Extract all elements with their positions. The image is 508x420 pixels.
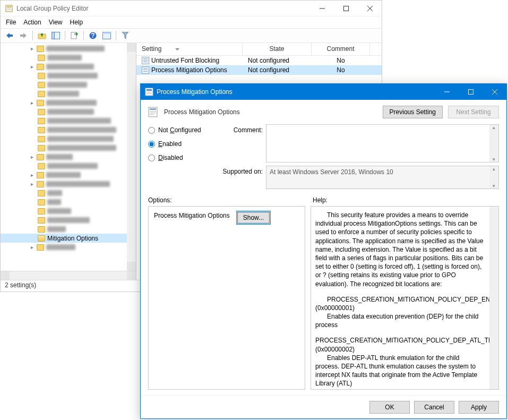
- tree-item[interactable]: [1, 134, 136, 143]
- list-header[interactable]: Setting State Comment: [136, 43, 382, 56]
- dialog-title: Process Mitigation Options: [157, 88, 435, 96]
- tree-item-label: Mitigation Options: [47, 235, 98, 242]
- svg-rect-13: [71, 32, 76, 39]
- tree-item[interactable]: [1, 71, 136, 80]
- setting-icon: [142, 66, 149, 74]
- gpedit-titlebar[interactable]: Local Group Policy Editor: [1, 1, 382, 16]
- tree-item[interactable]: ▸: [1, 62, 136, 71]
- tree-item[interactable]: [1, 89, 136, 98]
- dialog-header-title: Process Mitigation Options: [164, 108, 377, 116]
- menubar: File Action View Help: [1, 16, 382, 28]
- tree-item[interactable]: [1, 53, 136, 62]
- menu-action[interactable]: Action: [23, 19, 41, 26]
- tree-item[interactable]: [1, 216, 136, 225]
- menu-file[interactable]: File: [6, 19, 16, 26]
- gpedit-app-icon: [5, 4, 13, 13]
- radio-disabled[interactable]: Disabled: [148, 154, 217, 161]
- tree-pane: ▸ ▸ ▸ ▸ ▸ ▸: [1, 43, 136, 280]
- up-folder-icon[interactable]: [36, 30, 48, 41]
- help-text: This security feature provides a means t…: [315, 211, 485, 288]
- menu-help[interactable]: Help: [70, 19, 83, 26]
- scrollbar[interactable]: [489, 207, 498, 389]
- properties-icon[interactable]: [101, 30, 113, 41]
- apply-button[interactable]: Apply: [459, 401, 499, 414]
- tree-item[interactable]: ▸: [1, 98, 136, 107]
- cell-comment: No: [312, 57, 370, 64]
- tree-item[interactable]: [1, 207, 136, 216]
- radio-not-configured[interactable]: Not Configured: [148, 126, 217, 134]
- svg-rect-17: [103, 32, 111, 34]
- scrollbar[interactable]: [489, 166, 498, 188]
- options-box: Process Mitigation Options Show...: [148, 206, 305, 390]
- back-icon[interactable]: [4, 30, 15, 41]
- list-row[interactable]: Untrusted Font Blocking Not configured N…: [136, 56, 382, 65]
- help-text: Enables data execution prevention (DEP) …: [315, 313, 479, 329]
- tree-item[interactable]: ▸: [1, 152, 136, 161]
- next-setting-button: Next Setting: [448, 106, 499, 118]
- toolbar: ?: [1, 28, 382, 43]
- cancel-button[interactable]: Cancel: [414, 401, 454, 414]
- export-icon[interactable]: [68, 30, 80, 41]
- filter-icon[interactable]: [119, 30, 131, 41]
- policy-dialog: Process Mitigation Options Process Mitig…: [140, 83, 507, 419]
- menu-view[interactable]: View: [49, 19, 63, 26]
- supported-label: Supported on:: [220, 166, 263, 175]
- tree-item[interactable]: [1, 225, 136, 234]
- comment-field[interactable]: [266, 124, 499, 162]
- dialog-maximize-button[interactable]: [459, 84, 483, 99]
- tree-item[interactable]: [1, 116, 136, 125]
- tree-item[interactable]: ▸: [1, 179, 136, 188]
- scrollbar[interactable]: [489, 125, 498, 162]
- tree-item[interactable]: [1, 107, 136, 116]
- comment-label: Comment:: [220, 124, 263, 134]
- close-button[interactable]: [358, 1, 382, 16]
- help-label: Help:: [313, 196, 328, 204]
- tree-vscrollbar[interactable]: [127, 43, 136, 271]
- supported-field: At least Windows Server 2016, Windows 10: [266, 166, 499, 189]
- help-text: PROCESS_CREATION_MITIGATION_POLICY_DEP_A…: [315, 337, 489, 353]
- maximize-button[interactable]: [334, 1, 358, 16]
- tree-item-mitigation-options[interactable]: Mitigation Options: [1, 234, 136, 243]
- dialog-minimize-button[interactable]: [435, 84, 459, 99]
- list-row[interactable]: Process Mitigation Options Not configure…: [136, 65, 382, 75]
- minimize-button[interactable]: [310, 1, 334, 16]
- dialog-titlebar[interactable]: Process Mitigation Options: [141, 84, 506, 100]
- tree-item[interactable]: [1, 198, 136, 207]
- dialog-close-button[interactable]: [483, 84, 506, 99]
- dialog-footer: OK Cancel Apply: [141, 395, 506, 418]
- radio-enabled[interactable]: Enabled: [148, 140, 217, 148]
- svg-rect-29: [150, 113, 156, 114]
- tree-item[interactable]: [1, 125, 136, 134]
- tree-item[interactable]: [1, 143, 136, 152]
- help-text: PROCESS_CREATION_MITIGATION_POLICY_DEP_E…: [315, 296, 489, 312]
- col-state[interactable]: State: [243, 43, 312, 55]
- svg-rect-5: [343, 6, 348, 11]
- svg-rect-30: [150, 114, 154, 115]
- svg-rect-9: [20, 35, 24, 37]
- col-setting[interactable]: Setting: [136, 43, 243, 55]
- tree-hscrollbar[interactable]: [1, 271, 136, 280]
- tree-item[interactable]: [1, 161, 136, 170]
- tree-item[interactable]: [1, 188, 136, 198]
- svg-rect-21: [147, 93, 152, 94]
- help-text: Enables DEP-ATL thunk emulation for the …: [315, 354, 477, 388]
- svg-rect-20: [147, 92, 152, 92]
- svg-rect-2: [7, 8, 11, 9]
- tree-view[interactable]: ▸ ▸ ▸ ▸ ▸ ▸: [1, 43, 136, 271]
- svg-rect-28: [150, 111, 156, 112]
- tree-item[interactable]: ▸: [1, 170, 136, 179]
- svg-rect-1: [7, 6, 11, 7]
- tree-item[interactable]: ▸: [1, 44, 136, 53]
- svg-text:?: ?: [91, 32, 94, 39]
- ok-button[interactable]: OK: [369, 401, 410, 414]
- tree-item[interactable]: ▸: [1, 243, 136, 252]
- show-hide-tree-icon[interactable]: [50, 30, 62, 41]
- supported-text: At least Windows Server 2016, Windows 10: [270, 168, 393, 176]
- tree-item[interactable]: [1, 80, 136, 89]
- col-comment[interactable]: Comment: [312, 43, 370, 55]
- forward-icon[interactable]: [18, 30, 29, 41]
- help-box: This security feature provides a means t…: [311, 206, 499, 390]
- show-button[interactable]: Show...: [237, 212, 270, 224]
- help-icon[interactable]: ?: [87, 30, 99, 41]
- previous-setting-button[interactable]: Previous Setting: [383, 106, 443, 118]
